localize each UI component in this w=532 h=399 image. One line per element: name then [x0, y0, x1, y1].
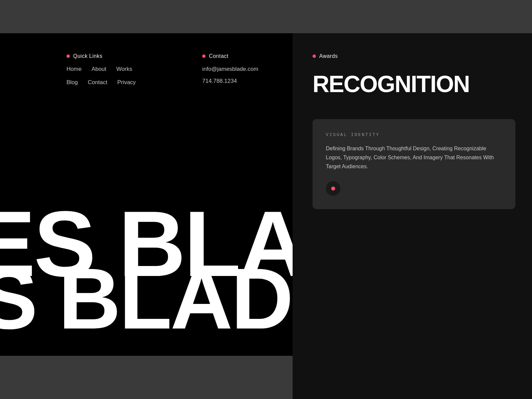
- recognition-title: RECOGNITION: [313, 72, 515, 96]
- nav-home[interactable]: Home: [66, 66, 81, 72]
- brand-name: ES BLADER S BLADE: [0, 204, 293, 356]
- nav-works[interactable]: Works: [116, 66, 132, 72]
- card-dot-inner: [331, 187, 335, 191]
- quick-links-label: Quick Links: [66, 53, 136, 59]
- contact-heading: Contact: [209, 53, 228, 59]
- awards-label: Awards: [313, 53, 515, 59]
- card-category: VISUAL IDENTITY: [326, 132, 502, 137]
- contact-dot: [202, 55, 205, 58]
- contact-section: Contact info@jamesblade.com 714.788.1234: [202, 53, 258, 86]
- card-dot-button[interactable]: [326, 181, 340, 196]
- right-panel: Awards RECOGNITION VISUAL IDENTITY Defin…: [293, 33, 532, 399]
- visual-identity-card: VISUAL IDENTITY Defining Brands Through …: [313, 119, 515, 209]
- quick-links-dot: [66, 55, 70, 58]
- quick-links-heading: Quick Links: [73, 53, 102, 59]
- footer-content: Quick Links Home About Works Blog Contac…: [0, 33, 293, 99]
- nav-about[interactable]: About: [91, 66, 106, 72]
- nav-blog[interactable]: Blog: [66, 79, 78, 86]
- nav-row-1: Home About Works: [66, 66, 136, 72]
- nav-row-2: Blog Contact Privacy: [66, 79, 136, 86]
- awards-dot: [313, 55, 316, 58]
- left-panel: Quick Links Home About Works Blog Contac…: [0, 33, 293, 356]
- nav-contact[interactable]: Contact: [88, 79, 107, 86]
- contact-email: info@jamesblade.com: [202, 66, 258, 72]
- quick-links-section: Quick Links Home About Works Blog Contac…: [66, 53, 136, 86]
- brand-text-line2: S BLADE: [0, 250, 293, 347]
- nav-privacy[interactable]: Privacy: [117, 79, 136, 86]
- main-wrapper: Quick Links Home About Works Blog Contac…: [0, 0, 532, 399]
- awards-heading: Awards: [319, 53, 338, 59]
- card-description: Defining Brands Through Thoughtful Desig…: [326, 144, 502, 171]
- contact-phone: 714.788.1234: [202, 78, 258, 84]
- contact-info: info@jamesblade.com 714.788.1234: [202, 66, 258, 84]
- contact-label: Contact: [202, 53, 258, 59]
